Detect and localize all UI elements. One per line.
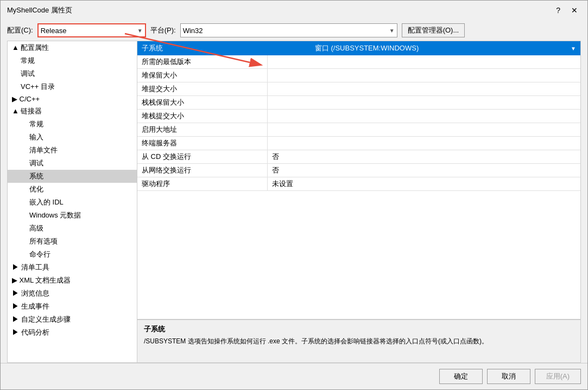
tree-item[interactable]: 命令行 bbox=[8, 248, 137, 261]
prop-value bbox=[268, 128, 580, 131]
description-title: 子系统 bbox=[144, 324, 574, 334]
tree-item[interactable]: ▶ XML 文档生成器 bbox=[8, 274, 137, 287]
prop-value bbox=[268, 114, 580, 118]
tree-item[interactable]: 调试 bbox=[8, 157, 137, 170]
tree-item[interactable]: 调试 bbox=[8, 67, 137, 80]
platform-dropdown-arrow: ▼ bbox=[389, 28, 395, 34]
prop-name: 终端服务器 bbox=[137, 137, 268, 150]
prop-name: 堆提交大小 bbox=[137, 82, 268, 95]
tree-item[interactable]: 清单文件 bbox=[8, 144, 137, 157]
prop-name: 堆栈提交大小 bbox=[137, 110, 268, 123]
prop-row[interactable]: 启用大地址 bbox=[137, 123, 580, 137]
tree-item[interactable]: 所有选项 bbox=[8, 235, 137, 248]
platform-value: Win32 bbox=[183, 27, 203, 35]
prop-name: 从网络交换运行 bbox=[137, 164, 268, 177]
prop-name: 启用大地址 bbox=[137, 123, 268, 136]
tree-item[interactable]: 常规 bbox=[8, 54, 137, 67]
prop-name: 栈栈保留大小 bbox=[137, 96, 268, 109]
config-manager-button[interactable]: 配置管理器(O)... bbox=[402, 23, 465, 37]
prop-row[interactable]: 栈栈保留大小 bbox=[137, 96, 580, 110]
property-header-title: 子系统 bbox=[142, 43, 163, 53]
property-header: 子系统 窗口 (/SUBSYSTEM:WINDOWS) ▼ bbox=[137, 41, 580, 55]
prop-name: 所需的最低版本 bbox=[137, 55, 268, 68]
prop-value bbox=[268, 142, 580, 145]
apply-button[interactable]: 应用(A) bbox=[535, 369, 581, 384]
prop-value bbox=[268, 87, 580, 91]
prop-value bbox=[268, 60, 580, 63]
header-dropdown-icon[interactable]: ▼ bbox=[571, 46, 576, 52]
prop-name: 从 CD 交换运行 bbox=[137, 150, 268, 163]
tree-item[interactable]: Windows 元数据 bbox=[8, 209, 137, 222]
config-value: Release bbox=[41, 27, 67, 35]
tree-item[interactable]: ▲ 链接器 bbox=[8, 105, 137, 118]
platform-label: 平台(P): bbox=[150, 25, 176, 35]
tree-item[interactable]: 系统 bbox=[8, 170, 137, 183]
prop-row[interactable]: 堆保留大小 bbox=[137, 69, 580, 82]
tree-item[interactable]: ▶ 浏览信息 bbox=[8, 287, 137, 300]
platform-dropdown[interactable]: Win32 ▼ bbox=[180, 23, 397, 37]
description-text: /SUBSYSTEM 选项告知操作系统如何运行 .exe 文件。子系统的选择会影… bbox=[144, 336, 574, 346]
ok-button[interactable]: 确定 bbox=[439, 369, 483, 384]
prop-row[interactable]: 从网络交换运行否 bbox=[137, 164, 580, 177]
tree-item[interactable]: 输入 bbox=[8, 131, 137, 144]
config-dropdown-arrow: ▼ bbox=[137, 28, 143, 34]
prop-name: 堆保留大小 bbox=[137, 69, 268, 82]
tree-item[interactable]: ▶ 自定义生成步骤 bbox=[8, 313, 137, 326]
tree-item[interactable]: VC++ 目录 bbox=[8, 80, 137, 93]
tree-item[interactable]: ▶ 清单工具 bbox=[8, 261, 137, 274]
prop-row[interactable]: 堆提交大小 bbox=[137, 82, 580, 96]
close-button[interactable]: ✕ bbox=[568, 5, 581, 16]
tree-item[interactable]: ▶ C/C++ bbox=[8, 93, 137, 105]
window-title: MyShellCode 属性页 bbox=[7, 5, 72, 15]
property-tree: ▲ 配置属性常规调试VC++ 目录▶ C/C++▲ 链接器常规输入清单文件调试系… bbox=[7, 41, 137, 363]
tree-item[interactable]: ▶ 代码分析 bbox=[8, 326, 137, 339]
tree-item[interactable]: 嵌入的 IDL bbox=[8, 196, 137, 209]
prop-value bbox=[268, 74, 580, 77]
prop-row[interactable]: 驱动程序未设置 bbox=[137, 177, 580, 191]
prop-value bbox=[268, 101, 580, 104]
tree-item[interactable]: 高级 bbox=[8, 222, 137, 235]
prop-row[interactable]: 所需的最低版本 bbox=[137, 55, 580, 69]
prop-row[interactable]: 从 CD 交换运行否 bbox=[137, 150, 580, 164]
property-detail-panel: 子系统 窗口 (/SUBSYSTEM:WINDOWS) ▼ 所需的最低版本堆保留… bbox=[137, 41, 581, 363]
prop-name: 驱动程序 bbox=[137, 177, 268, 190]
prop-row[interactable]: 终端服务器 bbox=[137, 137, 580, 150]
config-dropdown[interactable]: Release ▼ bbox=[37, 23, 146, 37]
help-button[interactable]: ? bbox=[553, 5, 564, 16]
prop-value: 未设置 bbox=[268, 177, 580, 190]
tree-item[interactable]: 优化 bbox=[8, 183, 137, 196]
tree-item[interactable]: 常规 bbox=[8, 118, 137, 131]
config-label: 配置(C): bbox=[7, 25, 33, 35]
tree-item[interactable]: ▲ 配置属性 bbox=[8, 41, 137, 54]
prop-value: 否 bbox=[268, 164, 580, 177]
description-area: 子系统 /SUBSYSTEM 选项告知操作系统如何运行 .exe 文件。子系统的… bbox=[137, 319, 580, 362]
prop-value: 否 bbox=[268, 150, 580, 163]
property-header-value: 窗口 (/SUBSYSTEM:WINDOWS) bbox=[315, 43, 419, 53]
property-list: 所需的最低版本堆保留大小堆提交大小栈栈保留大小堆栈提交大小启用大地址终端服务器从… bbox=[137, 55, 580, 319]
cancel-button[interactable]: 取消 bbox=[487, 369, 530, 384]
prop-row[interactable]: 堆栈提交大小 bbox=[137, 110, 580, 123]
tree-item[interactable]: ▶ 生成事件 bbox=[8, 300, 137, 313]
